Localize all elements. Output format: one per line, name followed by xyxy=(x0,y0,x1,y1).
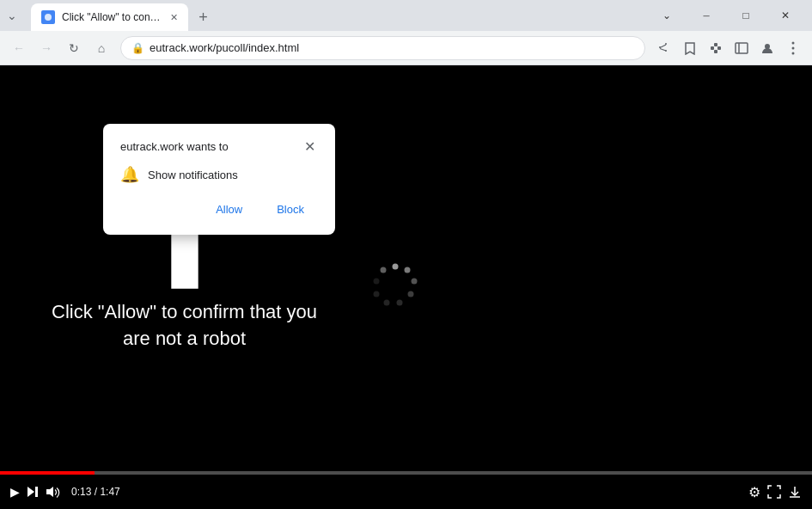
back-button[interactable]: ← xyxy=(7,36,31,60)
popup-header: eutrack.work wants to ✕ xyxy=(120,138,318,155)
svg-point-20 xyxy=(381,267,387,273)
url-text: eutrack.work/pucoll/index.html xyxy=(150,41,634,54)
menu-button[interactable] xyxy=(781,36,805,60)
window-controls: ⌄ ─ □ ✕ xyxy=(647,0,805,28)
fullscreen-button[interactable] xyxy=(767,485,781,499)
tab-close-button[interactable]: ✕ xyxy=(168,10,181,24)
popup-title: eutrack.work wants to xyxy=(120,140,229,153)
popup-actions: Allow Block xyxy=(120,198,318,221)
settings-button[interactable]: ⚙ xyxy=(748,484,760,500)
tab-favicon xyxy=(41,10,55,24)
play-button[interactable]: ▶ xyxy=(10,485,20,499)
minimize-button2[interactable]: ─ xyxy=(687,3,726,28)
refresh-button[interactable]: ↻ xyxy=(62,36,86,60)
svg-point-17 xyxy=(384,300,390,306)
browser-toolbar: ← → ↻ ⌂ 🔒 eutrack.work/pucoll/index.html xyxy=(0,31,812,65)
svg-rect-2 xyxy=(717,46,721,50)
volume-button[interactable] xyxy=(46,486,61,498)
bookmark-button[interactable] xyxy=(678,36,702,60)
next-button[interactable] xyxy=(27,486,39,498)
new-tab-button[interactable]: + xyxy=(192,5,216,29)
svg-point-14 xyxy=(412,279,418,285)
svg-point-15 xyxy=(408,291,414,297)
svg-point-0 xyxy=(45,14,52,21)
address-bar[interactable]: 🔒 eutrack.work/pucoll/index.html xyxy=(120,36,645,60)
forward-button[interactable]: → xyxy=(34,36,58,60)
chevron-btn[interactable]: ⌄ xyxy=(0,3,24,28)
video-time: 0:13 / 1:47 xyxy=(71,486,120,498)
content-area: Click "Allow" to confirm that you are no… xyxy=(0,65,812,509)
robot-verification-text: Click "Allow" to confirm that you are no… xyxy=(52,299,317,353)
share-button[interactable] xyxy=(652,36,676,60)
svg-marker-23 xyxy=(46,487,53,497)
svg-rect-5 xyxy=(736,43,748,53)
loading-spinner xyxy=(369,260,421,315)
close-button[interactable]: ✕ xyxy=(766,3,805,28)
svg-point-16 xyxy=(397,300,403,306)
notification-popup: eutrack.work wants to ✕ 🔔 Show notificat… xyxy=(103,124,335,235)
allow-button[interactable]: Allow xyxy=(202,198,256,221)
bell-icon: 🔔 xyxy=(120,165,139,184)
download-button[interactable] xyxy=(788,485,802,499)
svg-point-8 xyxy=(792,41,795,44)
svg-rect-22 xyxy=(35,487,38,497)
svg-rect-1 xyxy=(711,46,714,50)
active-tab[interactable]: Click "Allow" to con… ✕ xyxy=(31,3,188,31)
svg-point-12 xyxy=(393,264,399,270)
svg-point-10 xyxy=(792,52,795,54)
svg-rect-3 xyxy=(714,43,717,46)
profile-button[interactable] xyxy=(755,36,779,60)
svg-point-13 xyxy=(405,267,411,273)
svg-point-9 xyxy=(792,46,795,49)
tab-bar: ⌄ Click "Allow" to con… ✕ + ⌄ ─ □ xyxy=(0,0,812,31)
popup-close-button[interactable]: ✕ xyxy=(301,138,318,155)
maximize-button[interactable]: □ xyxy=(726,3,766,28)
minimize-button[interactable]: ⌄ xyxy=(647,3,687,28)
lock-icon: 🔒 xyxy=(131,42,144,54)
tab-title: Click "Allow" to con… xyxy=(62,11,161,23)
home-button[interactable]: ⌂ xyxy=(89,36,113,60)
svg-point-19 xyxy=(374,279,380,285)
popup-permission-row: 🔔 Show notifications xyxy=(120,165,318,184)
svg-rect-4 xyxy=(714,50,717,53)
permission-text: Show notifications xyxy=(148,169,238,181)
toolbar-actions xyxy=(652,36,805,60)
extensions-button[interactable] xyxy=(704,36,728,60)
sidebar-button[interactable] xyxy=(730,36,754,60)
video-controls-bar: ▶ 0:13 / 1:47 ⚙ xyxy=(0,475,812,509)
svg-marker-21 xyxy=(27,487,34,497)
svg-point-18 xyxy=(374,291,380,297)
block-button[interactable]: Block xyxy=(263,198,318,221)
browser-frame: ⌄ Click "Allow" to con… ✕ + ⌄ ─ □ xyxy=(0,0,812,509)
